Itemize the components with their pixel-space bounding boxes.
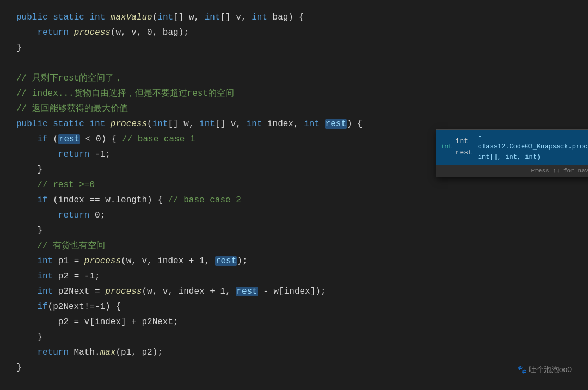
watermark: 🐾 吐个泡泡oo0 <box>517 363 572 375</box>
code-line-14: return 0; <box>16 208 572 223</box>
code-line-7: // 返回能够获得的最大价值 <box>16 101 572 116</box>
code-line-17: int p1 = process(w, v, index + 1, rest); <box>16 253 572 269</box>
code-line-24: } <box>16 360 572 375</box>
code-line-15: } <box>16 223 572 238</box>
kw-int: int <box>205 13 220 22</box>
code-line-22: } <box>16 330 572 345</box>
autocomplete-popup: int int rest - class12.Code03_Knapsack.p… <box>436 129 588 177</box>
autocomplete-footer: Press ↑↓ for nav... <box>436 165 588 177</box>
ac-type-label: int <box>440 142 452 152</box>
code-editor: public static int maxValue(int[] w, int[… <box>0 0 588 385</box>
code-line-20: if(p2Next!=-1) { <box>16 299 572 314</box>
ac-item-name: int rest <box>456 136 473 159</box>
punc: ( <box>152 13 158 22</box>
rest-ref-3: rest <box>236 287 258 296</box>
fn-process: process <box>74 28 111 38</box>
code-line-6: // index...货物自由选择，但是不要超过rest的空间 <box>16 86 572 101</box>
keyword-return: return <box>37 28 69 38</box>
code-line-13: if (index == w.length) { // base case 2 <box>16 193 572 208</box>
kw-int: int <box>157 13 173 22</box>
code-line-19: int p2Next = process(w, v, index + 1, re… <box>16 284 572 299</box>
rest-ref-2: rest <box>215 256 237 266</box>
code-line-3: } <box>16 40 572 55</box>
code-line-16: // 有货也有空间 <box>16 238 572 253</box>
keyword-int: int <box>89 13 105 22</box>
keyword-static: static <box>53 13 84 22</box>
fn-maxvalue: maxValue <box>111 13 152 22</box>
code-line-23: return Math.max(p1, p2); <box>16 345 572 360</box>
rest-param-highlight: rest <box>325 119 347 129</box>
code-line-5: // 只剩下rest的空间了， <box>16 71 572 86</box>
code-line-21: p2 = v[index] + p2Next; <box>16 314 572 330</box>
autocomplete-item[interactable]: int int rest - class12.Code03_Knapsack.p… <box>436 130 588 165</box>
ac-item-detail: - class12.Code03_Knapsack.process(int[],… <box>478 132 588 163</box>
rest-ref-1: rest <box>58 134 80 144</box>
keyword-public: public <box>16 13 48 22</box>
code-line-18: int p2 = -1; <box>16 269 572 284</box>
code-line-4 <box>16 55 572 71</box>
code-line-2: return process(w, v, 0, bag); <box>16 25 572 40</box>
code-line-1: public static int maxValue(int[] w, int[… <box>16 10 572 25</box>
kw-int: int <box>252 13 267 22</box>
code-line-12: // rest >=0 <box>16 177 572 193</box>
